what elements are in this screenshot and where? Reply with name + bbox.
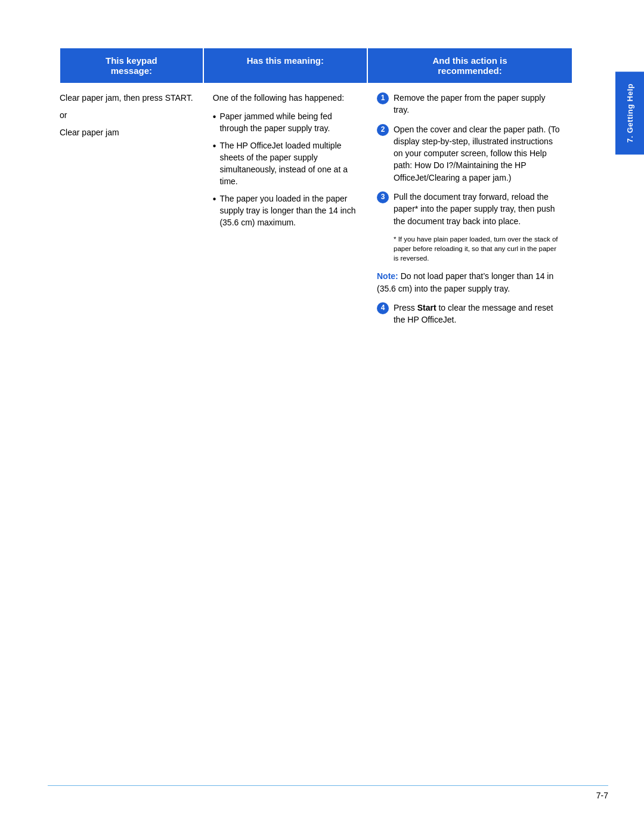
table-header-row: This keypad message: Has this meaning: A… <box>60 48 572 83</box>
main-content: This keypad message: Has this meaning: A… <box>60 48 572 333</box>
step-number-2: 2 <box>377 124 389 136</box>
note-body: Do not load paper that’s longer than 14 … <box>377 271 553 293</box>
step-4-pre: Press <box>394 303 417 312</box>
step-2-text: Open the cover and clear the paper path.… <box>394 123 563 184</box>
step-1-text: Remove the paper from the paper supply t… <box>394 92 563 116</box>
bullet-dot-1: • <box>213 110 216 123</box>
header-col3-line1: And this action is <box>432 55 507 66</box>
bullet-dot-2: • <box>213 140 216 153</box>
header-col1: This keypad message: <box>60 48 203 83</box>
header-col3: And this action is recommended: <box>367 48 572 83</box>
content-col1: Clear paper jam, then press START. or Cl… <box>60 92 203 139</box>
step-3-text: Pull the document tray forward, reload t… <box>394 191 563 227</box>
page-container: This keypad message: Has this meaning: A… <box>0 0 644 833</box>
note-label: Note: <box>377 271 398 281</box>
header-col1-line1: This keypad <box>106 55 157 66</box>
col2-bullet2: • The HP OfficeJet loaded multiple sheet… <box>213 140 358 188</box>
content-col2: One of the following has happened: • Pap… <box>203 92 367 234</box>
page-footer: 7-7 <box>48 785 608 800</box>
step-4-bold: Start <box>417 303 436 312</box>
col2-bullet3-text: The paper you loaded in the paper supply… <box>219 193 358 229</box>
step-4-text: Press Start to clear the message and res… <box>394 302 563 326</box>
footer-divider <box>48 785 608 786</box>
header-col3-line2: recommended: <box>438 66 502 76</box>
step-number-1: 1 <box>377 92 389 104</box>
page-number: 7-7 <box>48 791 608 800</box>
col2-intro: One of the following has happened: <box>213 92 358 104</box>
col2-bullet1: • Paper jammed while being fed through t… <box>213 110 358 135</box>
step-3-footnote: * If you have plain paper loaded, turn o… <box>394 234 563 263</box>
step-number-4: 4 <box>377 302 389 314</box>
step-4: 4 Press Start to clear the message and r… <box>377 302 563 326</box>
header-col1-line2: message: <box>111 66 152 76</box>
col2-bullet1-text: Paper jammed while being fed through the… <box>219 110 358 135</box>
header-col2: Has this meaning: <box>203 48 367 83</box>
bullet-dot-3: • <box>213 193 216 206</box>
col1-row1: Clear paper jam, then press START. <box>60 92 194 104</box>
step-number-3: 3 <box>377 191 389 203</box>
note-paragraph: Note: Do not load paper that’s longer th… <box>377 270 563 295</box>
col1-row2: Clear paper jam <box>60 126 194 139</box>
step-2: 2 Open the cover and clear the paper pat… <box>377 123 563 184</box>
col2-bullet2-text: The HP OfficeJet loaded multiple sheets … <box>219 140 358 188</box>
step-3-main: Pull the document tray forward, reload t… <box>394 192 555 226</box>
col2-bullet3: • The paper you loaded in the paper supp… <box>213 193 358 229</box>
col1-or: or <box>60 109 194 122</box>
content-col3: 1 Remove the paper from the paper supply… <box>367 92 572 333</box>
step-1: 1 Remove the paper from the paper supply… <box>377 92 563 116</box>
table-content-row: Clear paper jam, then press START. or Cl… <box>60 83 572 333</box>
header-col2-line1: Has this meaning: <box>247 55 324 66</box>
step-3: 3 Pull the document tray forward, reload… <box>377 191 563 227</box>
